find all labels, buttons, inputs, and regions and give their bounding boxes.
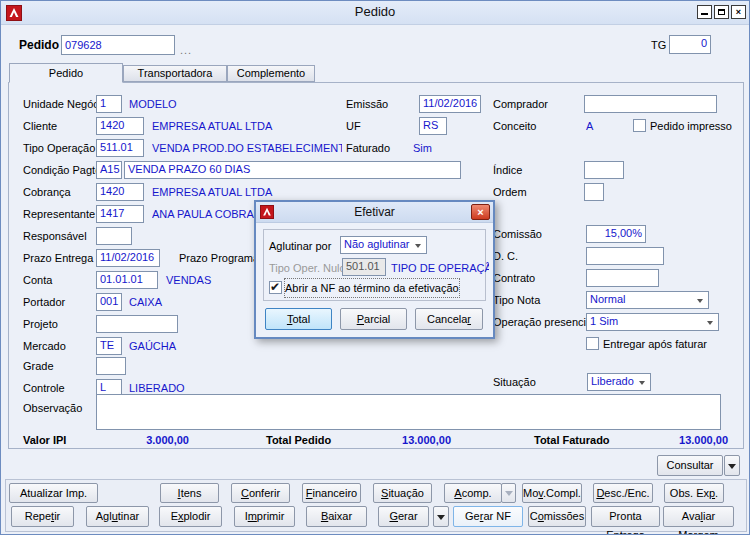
pedido-number-input[interactable]: 079628 — [61, 35, 175, 55]
comissoes-button[interactable]: Comissões — [528, 506, 586, 527]
condicao-code-input[interactable]: A15 — [96, 161, 122, 179]
total-button[interactable]: Total — [265, 308, 332, 330]
total-pedido-label: Total Pedido — [266, 431, 331, 449]
responsavel-input[interactable] — [96, 227, 132, 245]
observacao-label: Observação — [23, 399, 82, 417]
consultar-dropdown-button[interactable] — [724, 455, 740, 476]
valor-ipi-label: Valor IPI — [23, 431, 66, 449]
baixar-button[interactable]: Baixar — [306, 506, 367, 527]
aglutinar-button[interactable]: Aglutinar — [86, 506, 149, 527]
faturado-label: Faturado — [346, 139, 390, 157]
imprimir-button[interactable]: Imprimir — [234, 506, 295, 527]
faturado-value: Sim — [413, 139, 432, 157]
operacao-presencial-value: 1 Sim — [590, 315, 618, 327]
emissao-input[interactable]: 11/02/2016 — [419, 95, 481, 113]
itens-button[interactable]: Itens — [160, 483, 219, 503]
portador-label: Portador — [23, 293, 65, 311]
tab-complemento[interactable]: Complemento — [227, 65, 315, 82]
tab-transportadora[interactable]: Transportadora — [123, 65, 227, 82]
conta-input[interactable]: 01.01.01 — [96, 271, 158, 289]
situacao-value: Liberado — [591, 375, 634, 387]
chevron-down-icon — [707, 321, 713, 325]
portador-desc: CAIXA — [129, 293, 162, 311]
dc-label: D. C. — [493, 247, 518, 265]
cancelar-button[interactable]: Cancelar — [415, 308, 483, 330]
ordem-input[interactable] — [584, 183, 604, 201]
prazo-entrega-input[interactable]: 11/02/2016 — [96, 249, 160, 267]
avaliar-margem-button[interactable]: Avaliar Margem — [663, 506, 734, 527]
situacao-dropdown[interactable]: Liberado — [587, 373, 651, 391]
chevron-down-icon — [728, 464, 736, 469]
prazo-programado-label: Prazo Programado — [179, 249, 255, 267]
parcial-button[interactable]: Parcial — [340, 308, 407, 330]
uf-input[interactable]: RS — [419, 117, 447, 135]
unidade-desc: MODELO — [129, 95, 177, 113]
pedido-impresso-checkbox[interactable] — [633, 119, 646, 132]
comissao-input[interactable]: 15,00% — [586, 225, 646, 243]
financeiro-button[interactable]: Financeiro — [302, 483, 361, 503]
maximize-icon[interactable] — [714, 5, 729, 19]
close-icon[interactable]: × — [731, 5, 746, 19]
mov-compl-button[interactable]: Mov.Compl. — [522, 483, 582, 503]
indice-input[interactable] — [584, 161, 624, 179]
aglutinar-por-dropdown[interactable]: Não aglutinar — [340, 236, 427, 254]
acomp-button[interactable]: Acomp. — [444, 483, 502, 503]
valor-ipi-value: 3.000,00 — [101, 431, 189, 449]
projeto-input[interactable] — [96, 315, 178, 333]
efetivar-dialog-title: Efetivar — [256, 205, 493, 219]
mercado-label: Mercado — [23, 337, 66, 355]
tipo-oper-nulo-desc: TIPO DE OPERAÇÃO — [391, 259, 489, 277]
tipo-oper-nulo-label: Tipo Oper. Nulo — [269, 259, 346, 277]
obs-exp-button[interactable]: Obs. Exp. — [664, 483, 724, 503]
abrir-nf-label[interactable]: Abrir a NF ao término da efetivação — [285, 279, 459, 297]
tipo-nota-label: Tipo Nota — [493, 291, 540, 309]
operacao-presencial-dropdown[interactable]: 1 Sim — [586, 313, 719, 331]
explodir-button[interactable]: Explodir — [159, 506, 222, 527]
comprador-input[interactable] — [584, 95, 717, 113]
cobranca-input[interactable]: 1420 — [96, 183, 144, 201]
tipo-operacao-input[interactable]: 511.01 — [96, 139, 144, 157]
comprador-label: Comprador — [493, 95, 548, 113]
dc-input[interactable] — [586, 247, 664, 265]
conferir-button[interactable]: Conferir — [231, 483, 290, 503]
minimize-icon[interactable] — [697, 5, 712, 19]
gerar-dropdown-button[interactable] — [433, 506, 449, 527]
tab-pedido[interactable]: Pedido — [9, 63, 123, 83]
gerar-button[interactable]: Gerar — [378, 506, 429, 527]
representante-desc: ANA PAULA COBRANÇAS — [152, 205, 256, 223]
gerar-nf-button[interactable]: Gerar NF — [453, 506, 523, 527]
cliente-input[interactable]: 1420 — [96, 117, 144, 135]
pronta-entrega-button[interactable]: Pronta Entrega — [591, 506, 660, 527]
observacao-textarea[interactable] — [96, 394, 721, 430]
mercado-input[interactable]: TE — [96, 337, 122, 355]
representante-input[interactable]: 1417 — [96, 205, 144, 223]
conceito-label: Conceito — [493, 117, 536, 135]
grade-input[interactable] — [96, 357, 126, 375]
tipo-nota-dropdown[interactable]: Normal — [586, 291, 709, 309]
ordem-label: Ordem — [493, 183, 527, 201]
entregar-apos-label: Entregar após faturar — [603, 335, 707, 353]
tipo-operacao-desc: VENDA PROD.DO ESTABELECIMENTO (ICMS 1: — [152, 139, 342, 157]
tg-label: TG — [651, 36, 666, 54]
indice-label: Índice — [493, 161, 522, 179]
condicao-desc-input[interactable]: VENDA PRAZO 60 DIAS — [124, 161, 461, 179]
tg-input[interactable]: 0 — [669, 35, 711, 54]
unidade-input[interactable]: 1 — [96, 95, 122, 113]
situacao-label: Situação — [493, 373, 536, 391]
consultar-button[interactable]: Consultar — [657, 455, 723, 476]
conta-desc: VENDAS — [166, 271, 211, 289]
abrir-nf-checkbox[interactable] — [269, 281, 282, 294]
entregar-apos-checkbox[interactable] — [586, 337, 599, 350]
pedido-browse-button[interactable]: ... — [180, 41, 192, 59]
contrato-input[interactable] — [586, 269, 659, 287]
emissao-label: Emissão — [346, 95, 388, 113]
atualizar-imp-button[interactable]: Atualizar Imp. — [9, 483, 98, 503]
pedido-field-label: Pedido — [19, 36, 59, 54]
portador-input[interactable]: 001 — [96, 293, 122, 311]
repetir-button[interactable]: Repetir — [11, 506, 74, 527]
close-icon[interactable]: × — [471, 204, 490, 220]
situacao-button[interactable]: Situação — [373, 483, 432, 503]
acomp-dropdown-button — [501, 483, 516, 503]
total-pedido-value: 13.000,00 — [361, 431, 451, 449]
desc-enc-button[interactable]: Desc./Enc. — [593, 483, 653, 503]
